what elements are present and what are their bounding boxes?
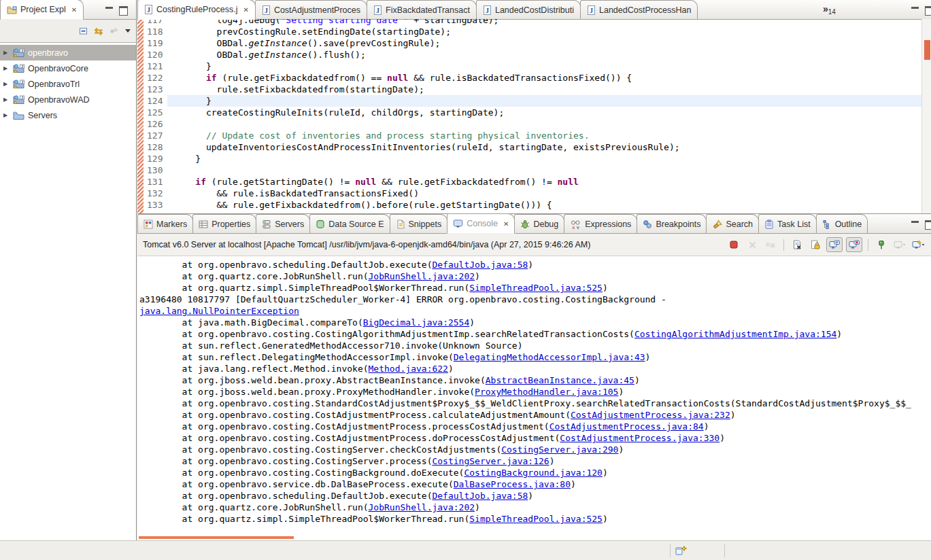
editor-tab-landedcostprocesshan[interactable]: JLandedCostProcessHan bbox=[580, 0, 698, 19]
tab-breakpoints[interactable]: Breakpoints bbox=[637, 214, 707, 233]
maximize-icon[interactable] bbox=[925, 220, 931, 230]
code-line: 126 bbox=[143, 118, 922, 130]
code-line: 133 && rule.getFixbackdatedfrom().before… bbox=[143, 199, 922, 211]
expand-arrow-icon[interactable]: ▶ bbox=[3, 112, 10, 118]
editor-tab-costadjustmentproces[interactable]: JCostAdjustmentProces bbox=[255, 0, 367, 19]
link-with-editor-icon[interactable]: ⇆ bbox=[94, 27, 103, 36]
editor-tab-costingruleprocess-j[interactable]: JCostingRuleProcess.j✕ bbox=[137, 0, 256, 20]
console-hyperlink[interactable]: SimpleThreadPool.java:525 bbox=[469, 514, 603, 524]
tab-data-source-e[interactable]: Data Source E bbox=[309, 214, 390, 233]
svg-text:J: J bbox=[21, 96, 23, 100]
code-line: 121 } bbox=[143, 60, 922, 72]
java-project-icon: J bbox=[13, 95, 24, 104]
scrollbar-thumb[interactable] bbox=[139, 536, 294, 539]
console-hyperlink[interactable]: JobRunShell.java:202 bbox=[369, 271, 475, 281]
annotation-marker[interactable] bbox=[924, 40, 930, 60]
toolbar-separator bbox=[783, 239, 784, 251]
tree-item-openbravo[interactable]: ▶Jopenbravo bbox=[0, 45, 136, 60]
collapse-all-icon[interactable] bbox=[78, 27, 88, 36]
tab-debug[interactable]: Debug bbox=[514, 214, 564, 233]
tab-console[interactable]: Console✕ bbox=[447, 213, 515, 234]
console-hyperlink[interactable]: DefaultJob.java:58 bbox=[432, 260, 528, 270]
console-hyperlink[interactable]: SimpleThreadPool.java:525 bbox=[469, 283, 603, 293]
show-stdout-when-changed-icon[interactable] bbox=[826, 237, 843, 252]
console-icon bbox=[453, 219, 463, 228]
project-explorer-icon bbox=[7, 5, 17, 14]
line-number: 118 bbox=[143, 26, 167, 37]
console-hyperlink[interactable]: DelegatingMethodAccessorImpl.java:43 bbox=[454, 352, 645, 362]
editor-tab-landedcostdistributi[interactable]: JLandedCostDistributi bbox=[476, 0, 581, 19]
close-icon[interactable]: ✕ bbox=[71, 6, 77, 14]
console-hscrollbar[interactable] bbox=[137, 534, 931, 540]
tab-expressions[interactable]: xyExpressions bbox=[564, 214, 637, 233]
editor-tab-fixbackdatedtransact[interactable]: JFixBackdatedTransact bbox=[367, 0, 477, 19]
tree-item-servers[interactable]: ▶Servers bbox=[0, 107, 136, 123]
clear-console-icon[interactable] bbox=[790, 238, 805, 251]
maximize-icon[interactable] bbox=[119, 6, 128, 16]
hidden-tabs-chevron[interactable]: »14 bbox=[823, 3, 836, 14]
tab-markers[interactable]: Markers bbox=[137, 214, 193, 233]
tab-outline[interactable]: Outline bbox=[816, 214, 868, 233]
tab-task-list[interactable]: Task List bbox=[758, 214, 817, 233]
java-code-editor[interactable]: 117 log4j.debug("Setting starting date "… bbox=[137, 19, 931, 214]
open-console-icon[interactable] bbox=[911, 238, 926, 251]
console-hyperlink[interactable]: CostAdjustmentProcess.java:84 bbox=[549, 421, 704, 432]
expand-arrow-icon[interactable]: ▶ bbox=[3, 81, 10, 87]
console-line: at sun.reflect.GeneratedMethodAccessor71… bbox=[137, 340, 931, 351]
console-process-title: Tomcat v6.0 Server at localhost [Apache … bbox=[143, 240, 590, 249]
console-hyperlink[interactable]: Method.java:622 bbox=[369, 364, 448, 374]
console-hyperlink[interactable]: CostAdjustmentProcess.java:232 bbox=[571, 410, 730, 420]
tab-servers[interactable]: Servers bbox=[256, 214, 310, 233]
tree-item-openbravotrl[interactable]: ▶JOpenbravoTrl bbox=[0, 76, 136, 92]
console-hyperlink[interactable]: AbstractBeanInstance.java:45 bbox=[486, 375, 634, 385]
scroll-lock-icon[interactable] bbox=[808, 238, 823, 251]
console-hyperlink[interactable]: CostingBackground.java:120 bbox=[464, 468, 603, 478]
line-number: 130 bbox=[143, 164, 167, 176]
view-menu-icon[interactable] bbox=[125, 27, 131, 35]
console-hyperlink[interactable]: ProxyMethodHandler.java:105 bbox=[475, 387, 618, 397]
console-line: at org.openbravo.costing.CostAdjustmentP… bbox=[137, 421, 931, 432]
terminate-icon[interactable] bbox=[726, 238, 741, 251]
editor-tab-label: LandedCostProcessHan bbox=[599, 5, 692, 15]
console-line: at org.openbravo.costing.StandardCostAdj… bbox=[137, 398, 931, 409]
tasklist-icon bbox=[764, 220, 774, 229]
expand-arrow-icon[interactable]: ▶ bbox=[3, 65, 10, 71]
console-hyperlink[interactable]: DefaultJob.java:58 bbox=[432, 491, 528, 501]
tree-item-openbravowad[interactable]: ▶JOpenbravoWAD bbox=[0, 92, 136, 107]
console-hyperlink[interactable]: JobRunShell.java:202 bbox=[369, 502, 475, 512]
code-text: if (rule.getFixbackdatedfrom() == null &… bbox=[167, 72, 922, 84]
open-console-icon bbox=[912, 240, 925, 249]
view-window-buttons bbox=[105, 6, 128, 16]
expand-arrow-icon[interactable]: ▶ bbox=[3, 97, 10, 103]
remove-launch-icon bbox=[748, 241, 757, 249]
tab-snippets[interactable]: Snippets bbox=[390, 214, 448, 233]
window-sparkle-icon[interactable] bbox=[675, 545, 688, 556]
console-hyperlink[interactable]: BigDecimal.java:2554 bbox=[363, 317, 470, 328]
tab-project-explorer[interactable]: Project Expl ✕ bbox=[0, 0, 84, 20]
minimize-icon[interactable] bbox=[911, 7, 919, 9]
expand-arrow-icon[interactable]: ▶ bbox=[3, 50, 10, 56]
tab-search[interactable]: Search bbox=[706, 214, 759, 233]
pin-console-icon[interactable] bbox=[874, 238, 889, 251]
minimize-icon[interactable] bbox=[911, 221, 919, 223]
svg-text:y: y bbox=[577, 224, 580, 229]
tab-properties[interactable]: Properties bbox=[192, 214, 256, 233]
console-hyperlink[interactable]: CostingServer.java:126 bbox=[432, 456, 549, 466]
console-hyperlink[interactable]: CostingAlgorithmAdjustmentImp.java:154 bbox=[634, 329, 836, 339]
minimize-icon[interactable] bbox=[105, 7, 113, 9]
editor-tab-label: LandedCostDistributi bbox=[495, 5, 574, 15]
close-icon[interactable]: ✕ bbox=[503, 220, 509, 228]
close-icon[interactable]: ✕ bbox=[243, 6, 249, 14]
console-line: java.lang.NullPointerException bbox=[137, 305, 931, 317]
console-output[interactable]: at org.openbravo.scheduling.DefaultJob.e… bbox=[137, 256, 931, 534]
console-hyperlink[interactable]: CostAdjustmentProcess.java:330 bbox=[560, 433, 720, 443]
overview-ruler[interactable] bbox=[921, 19, 931, 213]
show-stderr-when-changed-icon bbox=[849, 240, 860, 249]
tree-item-openbravocore[interactable]: ▶JOpenbravoCore bbox=[0, 60, 136, 76]
console-hyperlink[interactable]: java.lang.NullPointerException bbox=[139, 306, 299, 316]
console-hyperlink[interactable]: CostingServer.java:290 bbox=[501, 444, 618, 455]
show-stderr-when-changed-icon[interactable] bbox=[846, 237, 862, 252]
maximize-icon[interactable] bbox=[925, 6, 931, 16]
code-line: 122 if (rule.getFixbackdatedfrom() == nu… bbox=[143, 72, 922, 84]
console-hyperlink[interactable]: DalBaseProcess.java:80 bbox=[454, 479, 571, 489]
